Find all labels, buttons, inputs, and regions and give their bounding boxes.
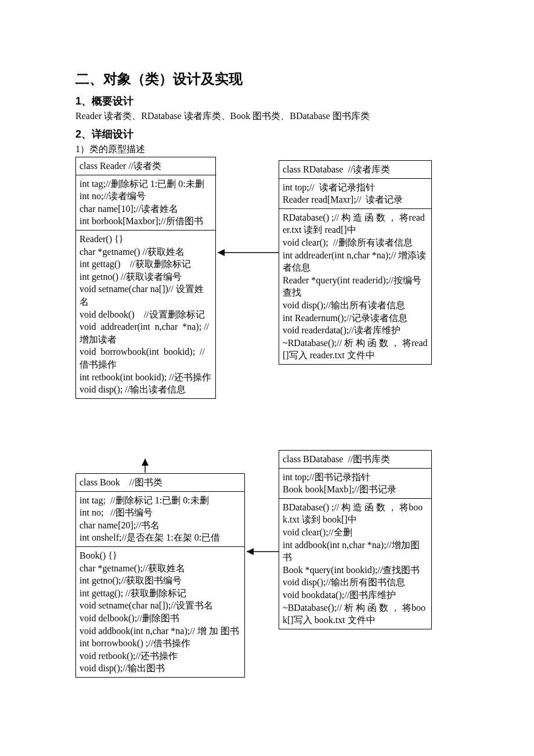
- book-attr: int tag; //删除标记 1:已删 0:未删: [80, 494, 241, 507]
- bdatabase-op: ~BDatabase();// 析 构 函 数 ， 将book[]写入 book…: [283, 602, 428, 627]
- class-bdatabase-box: class BDatabase //图书库类 int top;//图书记录指针 …: [279, 450, 432, 629]
- rdatabase-op: int Readernum();//记录读者信息: [283, 312, 428, 325]
- book-attr: int onshelf;//是否在架 1:在架 0:已借: [80, 531, 241, 544]
- reader-attr: int borbook[Maxbor];//所借图书: [80, 215, 212, 228]
- rdatabase-op: ~RDatabase();// 析 构 函 数 ， 将read[]写入 read…: [283, 337, 428, 362]
- section-1-heading: 1、概要设计: [75, 94, 459, 108]
- bdatabase-op: Book *query(int bookid);//查找图书: [283, 564, 428, 577]
- book-op: int gettag(); //获取删除标记: [80, 587, 241, 600]
- section-2-heading: 2、详细设计: [75, 127, 459, 141]
- bdatabase-op: void clear();//全删: [283, 526, 428, 539]
- book-op: void retbook();//还书操作: [80, 650, 241, 663]
- book-op: int getno();//获取图书编号: [80, 574, 241, 587]
- page-container: 二、对象（类）设计及实现 1、概要设计 Reader 读者类、RDatabase…: [0, 0, 534, 737]
- class-rdatabase-box: class RDatabase //读者库类 int top;// 读者记录指针…: [279, 160, 432, 365]
- reader-attr: int tag;//删除标记 1:已删 0:未删: [80, 178, 212, 190]
- reader-op: int retbook(int bookid); //还书操作: [80, 371, 212, 384]
- book-attr: char name[20];//书名: [80, 519, 241, 532]
- reader-op: void setname(char na[])// 设置姓名: [80, 283, 212, 308]
- book-op: Book() {}: [80, 549, 241, 562]
- rdatabase-op: void clear(); //删除所有读者信息: [283, 236, 428, 249]
- reader-op: int getno() //获取读者编号: [80, 271, 212, 283]
- reader-op: Reader() {}: [80, 233, 212, 246]
- bdatabase-attr: int top;//图书记录指针: [283, 471, 428, 484]
- book-attr: int no; //图书编号: [80, 506, 241, 519]
- class-rdatabase-title: class RDatabase //读者库类: [283, 163, 428, 176]
- section-1-text: Reader 读者类、RDatabase 读者库类、Book 图书类、BData…: [75, 110, 459, 123]
- bdatabase-attr: Book book[Maxb];//图书记录: [283, 483, 428, 496]
- reader-attr: int no;//读者编号: [80, 190, 212, 203]
- reader-op: void addreader(int n,char *na); //增加读者: [80, 321, 212, 345]
- main-heading: 二、对象（类）设计及实现: [75, 70, 459, 88]
- book-op: void delbook();//删除图书: [80, 612, 241, 625]
- bdatabase-op: BDatabase() ;// 构 造 函 数 ， 将book.txt 读到 b…: [283, 501, 428, 526]
- rdatabase-op: RDatabase() ;// 构 造 函 数 ， 将reader.txt 读到…: [283, 211, 428, 236]
- class-reader-title: class Reader //读者类: [80, 160, 212, 172]
- section-2-caption: 1）类的原型描述: [75, 143, 459, 156]
- book-op: void disp();//输出图书: [80, 662, 241, 675]
- reader-op: int gettag() //获取删除标记: [80, 258, 212, 271]
- class-bdatabase-title: class BDatabase //图书库类: [283, 453, 428, 466]
- rdatabase-op: void disp();//输出所有读者信息: [283, 299, 428, 312]
- class-book-box: class Book //图书类 int tag; //删除标记 1:已删 0:…: [75, 473, 245, 678]
- bdatabase-op: void bookdata();//图书库维护: [283, 589, 428, 602]
- reader-op: void disp(); //输出读者信息: [80, 383, 212, 396]
- rdatabase-attr: Reader read[Maxr];// 读者记录: [283, 193, 428, 206]
- class-reader-box: class Reader //读者类 int tag;//删除标记 1:已删 0…: [75, 157, 216, 399]
- class-book-title: class Book //图书类: [80, 476, 241, 489]
- bdatabase-op: void disp();//输出所有图书信息: [283, 576, 428, 589]
- reader-op: char *getname() //获取姓名: [80, 246, 212, 258]
- rdatabase-op: int addreader(int n,char *na);// 增添读者信息: [283, 249, 428, 274]
- rdatabase-op: void readerdata();//读者库维护: [283, 324, 428, 337]
- book-op: void setname(char na[]);//设置书名: [80, 599, 241, 612]
- rdatabase-attr: int top;// 读者记录指针: [283, 181, 428, 194]
- book-op: int borrowbook() ;//借书操作: [80, 637, 241, 650]
- class-diagram: class Reader //读者类 int tag;//删除标记 1:已删 0…: [75, 157, 459, 703]
- rdatabase-op: Reader *query(int readerid);//按编号查找: [283, 274, 428, 299]
- book-op: char *getname();//获取姓名: [80, 562, 241, 575]
- reader-attr: char name[10];//读者姓名: [80, 203, 212, 215]
- reader-op: void borrowbook(int bookid); //借书操作: [80, 345, 212, 370]
- reader-op: void delbook() //设置删除标记: [80, 308, 212, 321]
- book-op: void addbook(int n,char *na);// 增 加 图书: [80, 625, 241, 638]
- bdatabase-op: int addbook(int n,char *na);//增加图书: [283, 539, 428, 564]
